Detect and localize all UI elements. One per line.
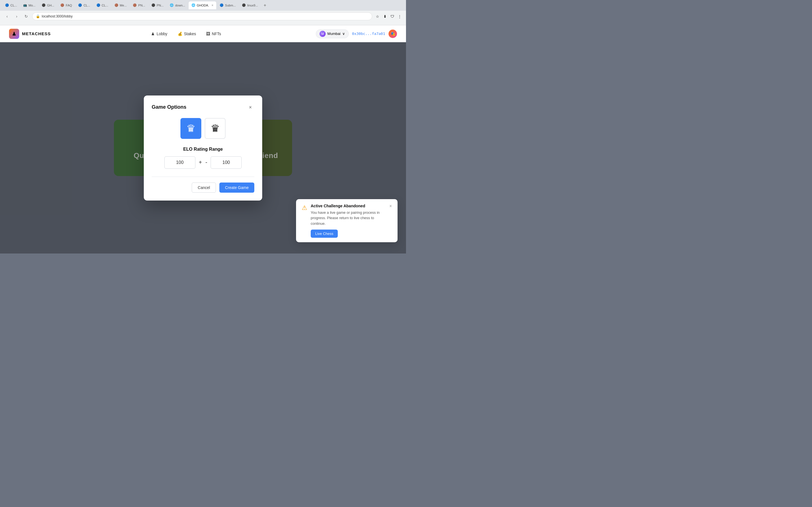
toast-notification: ⚠ Active Challenge Abandoned You have a … — [296, 199, 398, 242]
elo-min-input[interactable] — [164, 156, 195, 169]
toast-body: You have a live game or pairing process … — [311, 210, 386, 226]
forward-button[interactable]: › — [13, 13, 20, 20]
wallet-address[interactable]: 0x30bc...fa7a01 — [352, 32, 385, 36]
nav-lobby[interactable]: ♟ Lobby — [151, 30, 168, 38]
network-chevron-icon: ∨ — [342, 32, 345, 36]
tab-down[interactable]: 🌐 down... — [167, 1, 188, 9]
live-chess-button[interactable]: Live Chess — [311, 230, 338, 238]
tab-favicon: 🔵 — [220, 3, 223, 7]
browser-toolbar: ☆ ⬇ 🛡 ⋮ — [374, 13, 403, 19]
main-nav: ♟ Lobby 💰 Stakes 🖼 NFTs — [68, 30, 305, 38]
modal-divider — [152, 177, 254, 177]
tab-subm[interactable]: 🔵 Subm... — [217, 1, 239, 9]
logo-text: METACHESS — [22, 31, 51, 36]
white-piece-icon: ♛ — [186, 122, 195, 134]
tab-favicon: 🔵 — [96, 3, 100, 7]
toast-title: Active Challenge Abandoned — [311, 204, 386, 208]
tab-ghoda[interactable]: 🌐 GHODA. × — [189, 1, 216, 9]
logo-area: ♟ METACHESS — [9, 29, 51, 39]
nav-nfts[interactable]: 🖼 NFTs — [206, 30, 221, 38]
user-avatar[interactable]: 🎭 — [389, 30, 397, 38]
plus-operator: + — [199, 159, 202, 166]
address-bar-row: ‹ › ↻ 🔒 localhost:3000/lobby ☆ ⬇ 🛡 ⋮ — [0, 11, 406, 22]
tab-favicon: 🟤 — [60, 3, 64, 7]
toast-content: Active Challenge Abandoned You have a li… — [311, 204, 386, 238]
network-avatar: M — [319, 31, 326, 37]
tab-favicon: ⚫ — [242, 3, 246, 7]
lobby-label: Lobby — [156, 32, 167, 36]
create-game-button[interactable]: Create Game — [219, 182, 254, 193]
address-bar[interactable]: 🔒 localhost:3000/lobby — [32, 12, 372, 20]
menu-button[interactable]: ⋮ — [396, 13, 403, 19]
reload-button[interactable]: ↻ — [22, 13, 30, 20]
lock-icon: 🔒 — [36, 14, 40, 18]
back-button[interactable]: ‹ — [3, 13, 11, 20]
black-piece-icon: ♛ — [211, 122, 220, 134]
bookmark-icon[interactable]: ☆ — [374, 13, 380, 19]
app: ♟ METACHESS ♟ Lobby 💰 Stakes 🖼 NFTs M Mu… — [0, 25, 406, 253]
tab-favicon: ⚫ — [42, 3, 46, 7]
black-color-option[interactable]: ♛ — [205, 118, 225, 139]
tab-cl2[interactable]: 🔵 CL... — [75, 1, 93, 9]
tab-favicon: 🔵 — [5, 3, 9, 7]
download-icon[interactable]: ⬇ — [382, 13, 388, 19]
modal-footer: Cancel Create Game — [152, 182, 254, 193]
color-selector: ♛ ♛ — [152, 118, 254, 139]
toast-close-button[interactable]: × — [389, 204, 392, 209]
elo-section: ELO Rating Range + - — [152, 147, 254, 169]
browser-chrome: 🔵 CL... 📺 Mo... ⚫ GH... 🟤 FAQ 🔵 CL... 🔵 … — [0, 0, 406, 25]
modal-header: Game Options × — [152, 103, 254, 111]
nav-stakes[interactable]: 💰 Stakes — [177, 30, 197, 38]
white-color-option[interactable]: ♛ — [181, 118, 201, 139]
warning-icon: ⚠ — [302, 204, 307, 212]
tab-favicon: 🟤 — [133, 3, 137, 7]
game-options-modal: Game Options × ♛ ♛ ELO Rating Range — [144, 96, 262, 201]
header-right: M Mumbai ∨ 0x30bc...fa7a01 🎭 — [316, 29, 397, 38]
tab-faq[interactable]: 🟤 FAQ — [57, 1, 75, 9]
tab-favicon: ⚫ — [151, 3, 155, 7]
stakes-icon: 💰 — [177, 32, 183, 36]
stakes-label: Stakes — [184, 32, 196, 36]
tab-favicon: 📺 — [23, 3, 27, 7]
url-text[interactable]: localhost:3000/lobby — [42, 14, 368, 18]
lobby-icon: ♟ — [151, 32, 155, 36]
modal-close-button[interactable]: × — [246, 103, 254, 111]
tab-favicon: 🌐 — [170, 3, 174, 7]
elo-max-input[interactable] — [211, 156, 242, 169]
tab-cl3[interactable]: 🔵 CL... — [94, 1, 111, 9]
app-header: ♟ METACHESS ♟ Lobby 💰 Stakes 🖼 NFTs M Mu… — [0, 25, 406, 42]
tab-bar: 🔵 CL... 📺 Mo... ⚫ GH... 🟤 FAQ 🔵 CL... 🔵 … — [0, 0, 406, 11]
tab-linux[interactable]: ⚫ linux9... — [239, 1, 261, 9]
tab-cl1[interactable]: 🔵 CL... — [2, 1, 20, 9]
tab-me[interactable]: 🟤 Me... — [112, 1, 130, 9]
elo-label: ELO Rating Range — [152, 147, 254, 152]
nfts-label: NFTs — [212, 32, 221, 36]
network-badge[interactable]: M Mumbai ∨ — [316, 29, 349, 38]
tab-favicon: 🌐 — [192, 3, 195, 7]
elo-inputs: + - — [152, 156, 254, 169]
network-name: Mumbai — [327, 32, 340, 36]
main-content: 🚀 Quick Match Game Options × ♛ ♛ — [0, 42, 406, 253]
cancel-button[interactable]: Cancel — [192, 182, 216, 193]
tab-pn2[interactable]: ⚫ PN... — [149, 1, 166, 9]
tab-pn1[interactable]: 🟤 PN... — [130, 1, 148, 9]
tab-add-button[interactable]: + — [261, 3, 268, 8]
tab-close-icon[interactable]: × — [211, 3, 213, 7]
tab-favicon: 🔵 — [78, 3, 82, 7]
logo-icon: ♟ — [9, 29, 19, 39]
shield-icon[interactable]: 🛡 — [389, 13, 395, 19]
nfts-icon: 🖼 — [206, 32, 210, 36]
tab-mo[interactable]: 📺 Mo... — [20, 1, 38, 9]
modal-title: Game Options — [152, 104, 186, 110]
tab-favicon: 🟤 — [114, 3, 118, 7]
minus-operator: - — [206, 159, 207, 166]
tab-gh1[interactable]: ⚫ GH... — [39, 1, 57, 9]
